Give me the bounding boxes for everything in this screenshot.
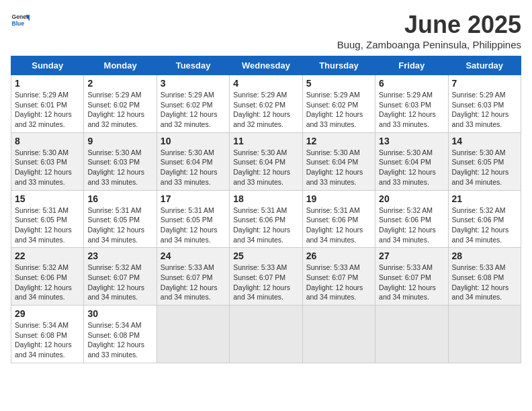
header-thursday: Thursday [302, 56, 375, 75]
day-number: 15 [15, 193, 80, 204]
calendar-day-cell: 26 Sunrise: 5:33 AMSunset: 6:07 PMDaylig… [302, 248, 375, 306]
calendar-table: Sunday Monday Tuesday Wednesday Thursday… [11, 56, 521, 363]
calendar-day-cell: 4 Sunrise: 5:29 AMSunset: 6:02 PMDayligh… [230, 75, 302, 133]
calendar-day-cell: 2 Sunrise: 5:29 AMSunset: 6:02 PMDayligh… [84, 75, 157, 133]
day-number: 13 [379, 136, 444, 146]
calendar-day-cell: 10 Sunrise: 5:30 AMSunset: 6:04 PMDaylig… [157, 132, 229, 190]
calendar-week-row: 29 Sunrise: 5:34 AMSunset: 6:08 PMDaylig… [11, 306, 521, 363]
day-info: Sunrise: 5:32 AMSunset: 6:07 PMDaylight:… [87, 263, 152, 302]
calendar-day-cell: 7 Sunrise: 5:29 AMSunset: 6:03 PMDayligh… [448, 75, 521, 133]
header-saturday: Saturday [448, 56, 521, 75]
header-wednesday: Wednesday [230, 56, 302, 75]
day-info: Sunrise: 5:30 AMSunset: 6:05 PMDaylight:… [452, 148, 517, 187]
logo: General Blue [11, 11, 30, 30]
calendar-week-row: 8 Sunrise: 5:30 AMSunset: 6:03 PMDayligh… [11, 132, 521, 190]
day-number: 19 [306, 193, 371, 204]
header-monday: Monday [84, 56, 157, 75]
calendar-day-cell: 21 Sunrise: 5:32 AMSunset: 6:06 PMDaylig… [448, 190, 521, 248]
day-number: 21 [452, 193, 517, 204]
calendar-day-cell: 27 Sunrise: 5:33 AMSunset: 6:07 PMDaylig… [375, 248, 448, 306]
calendar-week-row: 1 Sunrise: 5:29 AMSunset: 6:01 PMDayligh… [11, 75, 521, 133]
day-number: 16 [87, 193, 152, 204]
calendar-day-cell: 9 Sunrise: 5:30 AMSunset: 6:03 PMDayligh… [84, 132, 157, 190]
calendar-day-cell: 5 Sunrise: 5:29 AMSunset: 6:02 PMDayligh… [302, 75, 375, 133]
day-info: Sunrise: 5:33 AMSunset: 6:07 PMDaylight:… [233, 263, 298, 302]
day-number: 30 [87, 308, 152, 319]
day-info: Sunrise: 5:31 AMSunset: 6:06 PMDaylight:… [306, 205, 371, 245]
day-info: Sunrise: 5:30 AMSunset: 6:04 PMDaylight:… [306, 148, 371, 187]
day-info: Sunrise: 5:34 AMSunset: 6:08 PMDaylight:… [15, 320, 80, 360]
weekday-header-row: Sunday Monday Tuesday Wednesday Thursday… [11, 56, 521, 75]
day-number: 3 [161, 78, 226, 89]
day-info: Sunrise: 5:30 AMSunset: 6:03 PMDaylight:… [15, 148, 80, 187]
day-info: Sunrise: 5:31 AMSunset: 6:05 PMDaylight:… [87, 205, 152, 245]
day-info: Sunrise: 5:32 AMSunset: 6:06 PMDaylight:… [379, 205, 444, 245]
day-number: 22 [15, 250, 80, 261]
header-tuesday: Tuesday [157, 56, 229, 75]
day-info: Sunrise: 5:30 AMSunset: 6:03 PMDaylight:… [87, 148, 152, 187]
calendar-day-cell [375, 306, 448, 363]
calendar-day-cell [302, 306, 375, 363]
day-info: Sunrise: 5:30 AMSunset: 6:04 PMDaylight:… [379, 148, 444, 187]
calendar-day-cell [157, 306, 229, 363]
day-info: Sunrise: 5:30 AMSunset: 6:04 PMDaylight:… [161, 148, 226, 187]
day-number: 17 [161, 193, 226, 204]
day-number: 4 [233, 78, 298, 89]
day-info: Sunrise: 5:29 AMSunset: 6:02 PMDaylight:… [306, 90, 371, 130]
day-number: 23 [87, 250, 152, 261]
day-info: Sunrise: 5:33 AMSunset: 6:08 PMDaylight:… [452, 263, 517, 302]
day-number: 24 [161, 250, 226, 261]
calendar-day-cell: 8 Sunrise: 5:30 AMSunset: 6:03 PMDayligh… [11, 132, 84, 190]
calendar-day-cell: 12 Sunrise: 5:30 AMSunset: 6:04 PMDaylig… [302, 132, 375, 190]
header-sunday: Sunday [11, 56, 84, 75]
day-info: Sunrise: 5:30 AMSunset: 6:04 PMDaylight:… [233, 148, 298, 187]
day-number: 9 [87, 136, 152, 146]
day-number: 11 [233, 136, 298, 146]
day-number: 29 [15, 308, 80, 319]
logo-icon: General Blue [11, 11, 30, 30]
calendar-day-cell: 13 Sunrise: 5:30 AMSunset: 6:04 PMDaylig… [375, 132, 448, 190]
day-number: 2 [87, 78, 152, 89]
calendar-body: 1 Sunrise: 5:29 AMSunset: 6:01 PMDayligh… [11, 75, 521, 363]
day-number: 20 [379, 193, 444, 204]
day-number: 28 [452, 250, 517, 261]
day-info: Sunrise: 5:33 AMSunset: 6:07 PMDaylight:… [306, 263, 371, 302]
calendar-day-cell: 28 Sunrise: 5:33 AMSunset: 6:08 PMDaylig… [448, 248, 521, 306]
calendar-day-cell: 11 Sunrise: 5:30 AMSunset: 6:04 PMDaylig… [230, 132, 302, 190]
calendar-day-cell [230, 306, 302, 363]
calendar-day-cell: 3 Sunrise: 5:29 AMSunset: 6:02 PMDayligh… [157, 75, 229, 133]
calendar-subtitle: Buug, Zamboanga Peninsula, Philippines [337, 39, 521, 50]
header: General Blue June 2025 Buug, Zamboanga P… [11, 11, 521, 50]
calendar-day-cell: 25 Sunrise: 5:33 AMSunset: 6:07 PMDaylig… [230, 248, 302, 306]
calendar-title: June 2025 [337, 11, 521, 39]
day-info: Sunrise: 5:29 AMSunset: 6:02 PMDaylight:… [87, 90, 152, 130]
calendar-day-cell: 15 Sunrise: 5:31 AMSunset: 6:05 PMDaylig… [11, 190, 84, 248]
day-number: 7 [452, 78, 517, 89]
day-info: Sunrise: 5:33 AMSunset: 6:07 PMDaylight:… [379, 263, 444, 302]
title-area: June 2025 Buug, Zamboanga Peninsula, Phi… [337, 11, 521, 50]
day-number: 26 [306, 250, 371, 261]
day-number: 27 [379, 250, 444, 261]
day-info: Sunrise: 5:29 AMSunset: 6:03 PMDaylight:… [379, 90, 444, 130]
calendar-day-cell: 14 Sunrise: 5:30 AMSunset: 6:05 PMDaylig… [448, 132, 521, 190]
day-number: 10 [161, 136, 226, 146]
day-info: Sunrise: 5:33 AMSunset: 6:07 PMDaylight:… [161, 263, 226, 302]
day-number: 25 [233, 250, 298, 261]
day-info: Sunrise: 5:29 AMSunset: 6:02 PMDaylight:… [161, 90, 226, 130]
calendar-day-cell: 30 Sunrise: 5:34 AMSunset: 6:08 PMDaylig… [84, 306, 157, 363]
day-number: 5 [306, 78, 371, 89]
calendar-day-cell: 6 Sunrise: 5:29 AMSunset: 6:03 PMDayligh… [375, 75, 448, 133]
calendar-day-cell: 29 Sunrise: 5:34 AMSunset: 6:08 PMDaylig… [11, 306, 84, 363]
day-number: 1 [15, 78, 80, 89]
calendar-day-cell: 17 Sunrise: 5:31 AMSunset: 6:05 PMDaylig… [157, 190, 229, 248]
day-info: Sunrise: 5:29 AMSunset: 6:02 PMDaylight:… [233, 90, 298, 130]
calendar-day-cell: 23 Sunrise: 5:32 AMSunset: 6:07 PMDaylig… [84, 248, 157, 306]
day-info: Sunrise: 5:34 AMSunset: 6:08 PMDaylight:… [87, 320, 152, 360]
day-number: 8 [15, 136, 80, 146]
day-number: 6 [379, 78, 444, 89]
day-info: Sunrise: 5:29 AMSunset: 6:03 PMDaylight:… [452, 90, 517, 130]
calendar-day-cell: 20 Sunrise: 5:32 AMSunset: 6:06 PMDaylig… [375, 190, 448, 248]
day-number: 14 [452, 136, 517, 146]
calendar-day-cell: 16 Sunrise: 5:31 AMSunset: 6:05 PMDaylig… [84, 190, 157, 248]
calendar-week-row: 22 Sunrise: 5:32 AMSunset: 6:06 PMDaylig… [11, 248, 521, 306]
